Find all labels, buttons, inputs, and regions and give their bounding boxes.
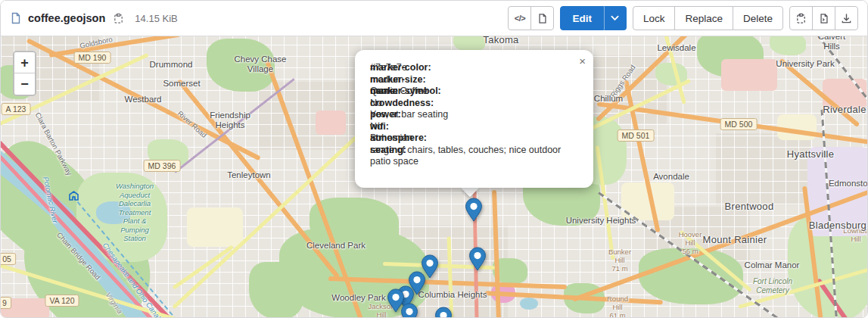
place-label: Chevy Chase Village xyxy=(234,55,286,74)
popup-field: crowdedness: No xyxy=(370,98,577,110)
landuse-area xyxy=(721,59,777,91)
place-label: Friendship Heights xyxy=(210,111,250,130)
hill-label: Bunker Hill 71 m xyxy=(608,248,631,273)
rendered-view-button[interactable] xyxy=(530,6,554,30)
place-label: Edmonston xyxy=(829,179,867,189)
route-badge: MD 501 xyxy=(618,129,655,142)
place-label: Woodley Park xyxy=(331,293,385,303)
edit-split-button: Edit xyxy=(560,6,627,30)
replace-button[interactable]: Replace xyxy=(674,6,733,30)
edit-dropdown-button[interactable] xyxy=(604,6,627,30)
park-area xyxy=(770,36,806,55)
copy-contents-icon xyxy=(795,13,807,24)
zoom-in-button[interactable]: + xyxy=(14,52,35,73)
place-label: Cleveland Park xyxy=(306,241,366,251)
park-area xyxy=(249,262,303,318)
zoom-control: + − xyxy=(13,51,36,96)
close-icon[interactable]: × xyxy=(579,55,586,67)
file-name: coffee.geojson xyxy=(28,12,105,24)
landmark-icon xyxy=(69,191,79,201)
pond xyxy=(520,298,538,310)
route-badge: A 123 xyxy=(2,103,31,115)
snippet-file-card: coffee.geojson 14.15 KiB </> Edit Lock xyxy=(0,0,868,318)
landuse-area xyxy=(187,207,243,247)
place-label: Westbard xyxy=(124,95,161,104)
file-actions-group: Lock Replace Delete xyxy=(633,6,783,30)
zoom-out-button[interactable]: − xyxy=(14,73,35,95)
place-label: Somerset xyxy=(163,79,200,89)
file-info: coffee.geojson 14.15 KiB xyxy=(10,11,178,26)
place-label: University Heights xyxy=(566,216,636,226)
place-label: Bladensburg xyxy=(809,220,866,230)
route-badge: 9 xyxy=(1,297,11,309)
raw-file-icon xyxy=(819,13,829,24)
popup-field: atmosphere: Bohemian xyxy=(370,132,577,145)
edit-button[interactable]: Edit xyxy=(560,6,604,30)
download-button[interactable] xyxy=(835,6,858,30)
place-label: Tenleytown xyxy=(227,170,271,180)
popup-field: seating: range of chairs, tables, couche… xyxy=(370,145,577,168)
chevron-down-icon xyxy=(611,15,619,21)
map-canvas[interactable]: × marker-color: #7e7e7emarker-size: medi… xyxy=(1,36,867,318)
route-badge: 05 xyxy=(1,253,16,265)
copy-path-button[interactable] xyxy=(111,11,126,26)
place-label: Hyattsville xyxy=(787,149,835,159)
route-badge: MD 396 xyxy=(144,160,181,172)
feature-popup: × marker-color: #7e7e7emarker-size: medi… xyxy=(355,50,593,188)
code-icon: </> xyxy=(515,14,525,23)
hill-label: Round Hill 61 m xyxy=(607,295,628,318)
place-label: Columbia Heights xyxy=(418,290,487,300)
popup-field: power: Yes, at bar seating xyxy=(370,109,577,121)
file-icon xyxy=(10,12,22,24)
landuse-area xyxy=(316,111,346,135)
place-label: University Park xyxy=(776,59,834,69)
area-label: Fort Lincoln Cemetery xyxy=(753,277,792,295)
file-size: 14.15 KiB xyxy=(135,13,177,24)
popup-field: marker-color: #7e7e7e xyxy=(370,62,577,74)
hill-label: Hoover Hill 56 m xyxy=(679,230,702,255)
area-label: Washington Aqueduct Dalecarlia Treatment… xyxy=(116,182,154,243)
place-label: Chillum xyxy=(594,94,623,104)
park-area xyxy=(453,36,485,51)
route-badge: MD 190 xyxy=(74,51,111,64)
header-actions: </> Edit Lock Replace Delete xyxy=(508,6,858,30)
route-badge: VA 120 xyxy=(45,295,79,307)
route-badge: MD 500 xyxy=(720,118,758,130)
file-tools-group xyxy=(789,6,858,30)
place-label: Takoma xyxy=(483,36,518,45)
popup-field: wifi: No xyxy=(370,121,577,133)
place-label: Brentwood xyxy=(725,201,774,211)
clipboard-icon xyxy=(113,13,124,24)
lock-button[interactable]: Lock xyxy=(633,6,676,30)
place-label: Riverdale xyxy=(823,104,866,114)
place-label: Mount Rainier xyxy=(703,235,767,245)
place-label: Drummond xyxy=(150,60,193,70)
popup-content: marker-color: #7e7e7emarker-size: medium… xyxy=(370,62,577,168)
place-label: Avondale xyxy=(653,172,689,182)
copy-contents-button[interactable] xyxy=(789,6,813,30)
place-label: Calvert Hills xyxy=(814,36,850,51)
download-icon xyxy=(841,13,852,24)
file-header: coffee.geojson 14.15 KiB </> Edit Lock xyxy=(1,1,867,36)
source-view-button[interactable]: </> xyxy=(508,6,531,30)
document-icon xyxy=(537,13,548,24)
place-label: Lewisdale xyxy=(657,43,695,53)
popup-field: marker-size: medium xyxy=(370,74,577,86)
delete-button[interactable]: Delete xyxy=(733,6,783,30)
view-toggle-group: </> xyxy=(508,6,554,30)
open-raw-button[interactable] xyxy=(812,6,835,30)
place-label: Colmar Manor xyxy=(745,260,800,270)
